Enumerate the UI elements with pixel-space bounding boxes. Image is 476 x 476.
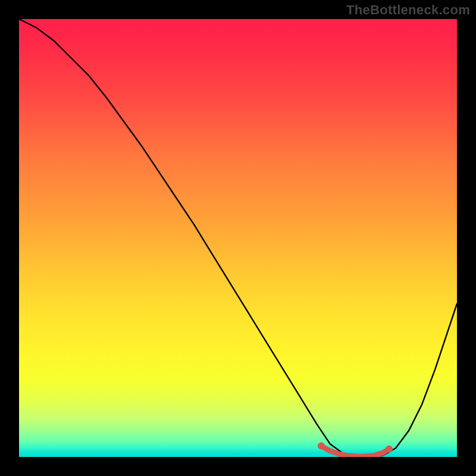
chart-svg xyxy=(19,19,457,457)
watermark-text: TheBottleneck.com xyxy=(346,2,470,18)
marker-dot xyxy=(318,443,325,450)
bottleneck-chart: TheBottleneck.com xyxy=(0,0,476,476)
plot-area xyxy=(19,19,457,457)
bottleneck-curve-path xyxy=(19,19,457,457)
marker-dot xyxy=(386,446,393,453)
optimal-range-marker-path xyxy=(321,446,389,456)
